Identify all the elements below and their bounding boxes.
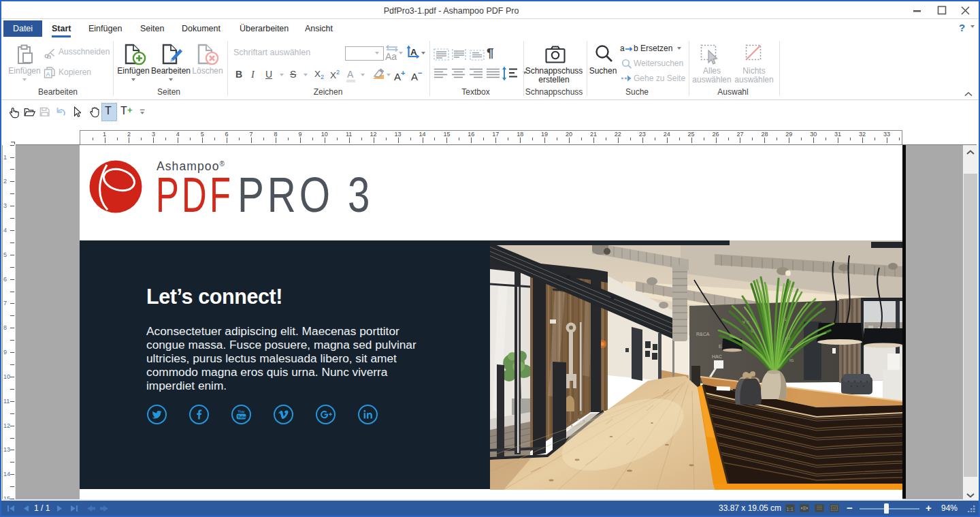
svg-text:A: A: [410, 47, 417, 57]
svg-text:R&CA: R&CA: [696, 332, 710, 336]
svg-text:1:1: 1:1: [787, 506, 794, 512]
svg-text:A: A: [46, 71, 50, 78]
svg-text:IG: IG: [789, 358, 794, 362]
svg-text:HAC: HAC: [712, 354, 722, 359]
svg-text:You: You: [238, 409, 244, 413]
svg-text:Tube: Tube: [238, 415, 246, 419]
svg-text:Aa: Aa: [385, 51, 397, 62]
